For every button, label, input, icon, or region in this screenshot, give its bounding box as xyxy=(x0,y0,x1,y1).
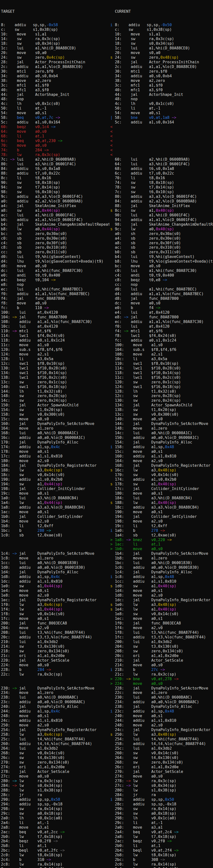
asm-operands: a2,s0 xyxy=(37,459,49,463)
asm-operands: a2,s1 xyxy=(37,352,49,356)
asm-address: 274: xyxy=(1,765,10,769)
asm-operands: a1,sp, xyxy=(151,575,165,579)
target-column: TARGET 8: addiu sp,sp,-0x58c: sw s1,0x38… xyxy=(1,0,109,868)
asm-line: 144: lh t1,0x32(s0) xyxy=(1,389,109,394)
asm-address: 21c: xyxy=(1,654,10,658)
asm-mnemonic: jal xyxy=(19,403,38,407)
asm-mnemonic: move xyxy=(19,626,38,630)
asm-address: a8: xyxy=(115,241,122,245)
branch-arrow: ~> xyxy=(172,115,176,120)
asm-mnemonic: sw xyxy=(133,473,151,477)
asm-mnemonic: sw xyxy=(133,649,151,653)
asm-operands: v0,2f0 xyxy=(151,839,165,843)
asm-address: e0: xyxy=(115,306,122,310)
asm-operands xyxy=(56,138,58,143)
asm-line: 118: addiu a0,s1,0x1c24 xyxy=(1,338,109,343)
asm-address: 18c: xyxy=(1,473,10,477)
asm-address: 74: xyxy=(1,148,8,152)
asm-mnemonic: lwc1 xyxy=(131,334,149,338)
asm-mnemonic: sw xyxy=(17,190,35,194)
asm-address: 160: xyxy=(1,422,10,426)
asm-operands: $f16,0x18(sp) xyxy=(37,384,67,389)
asm-operands: a1,0x3db2 xyxy=(37,640,58,644)
asm-diff-terminal[interactable]: TARGET 8: addiu sp,sp,-0x58c: sw s1,0x38… xyxy=(0,0,213,868)
asm-address: 20c: xyxy=(115,654,124,658)
asm-operands: 284 xyxy=(37,668,44,672)
asm-operands: t2,0xae(s0) xyxy=(151,533,176,537)
asm-address: 1e0: xyxy=(1,584,10,588)
asm-address: c0: xyxy=(1,236,8,241)
asm-line: 80: lui a3,%hi(D_06001F4C) xyxy=(1,162,109,166)
asm-operands: v0,at,278 xyxy=(151,677,172,681)
asm-operands: a1,%hi(func_80A87BEC) xyxy=(149,287,197,291)
asm-address: 68: xyxy=(115,166,122,171)
asm-operands: v0,0x14c(s0) xyxy=(37,473,65,477)
asm-operands: DynaPolyInfo_SetActorMove xyxy=(37,686,94,690)
asm-mnemonic: lwc1 xyxy=(19,334,38,338)
diff-marker: < xyxy=(110,148,115,152)
asm-operands: -0x58 xyxy=(46,23,58,27)
asm-address: 22c: xyxy=(1,672,10,677)
asm-line: < xyxy=(110,134,213,138)
diff-marker: < xyxy=(110,134,115,138)
asm-line: 44: jal ActorShape_Init xyxy=(1,92,109,97)
asm-address: 28: xyxy=(1,60,8,64)
asm-address: 1dc: xyxy=(115,598,124,602)
asm-line: 22c: move a1,zero xyxy=(110,690,213,695)
asm-line: 98: sw t6,0x10(sp) xyxy=(1,190,109,194)
asm-operands: Actor_SpawnAsChild xyxy=(151,403,192,407)
asm-address: 100: xyxy=(1,310,10,315)
asm-line: 208: sw zero,0x134(s0) xyxy=(110,649,213,654)
asm-line: 124: swc1 $f16,0x18(sp) xyxy=(110,384,213,389)
asm-mnemonic: sw xyxy=(133,612,151,616)
branch-arrow: ~> xyxy=(12,329,17,333)
asm-mnemonic: addiu xyxy=(133,435,151,440)
asm-operands: a0,s1 xyxy=(151,450,163,454)
asm-address: 238: xyxy=(1,695,10,700)
asm-line: 210: jal Actor_SetScale xyxy=(110,658,213,663)
asm-mnemonic: li xyxy=(19,820,38,825)
asm-operands: a1, xyxy=(37,482,44,486)
asm-mnemonic: lh xyxy=(133,816,151,820)
branch-arrow: ~> xyxy=(46,858,51,862)
asm-mnemonic: move xyxy=(19,459,38,463)
asm-line: 280: lw s1,0x38(sp) xyxy=(110,788,213,793)
asm-line: 218: sw zero,0x134(s0) xyxy=(1,649,109,654)
asm-address: 26c: xyxy=(115,765,124,769)
diff-marker: i xyxy=(110,575,115,579)
asm-address: 1e8: xyxy=(1,593,10,597)
asm-line: 25c: lui a1,0x3db2 xyxy=(110,746,213,751)
asm-operands: a0,s0 xyxy=(151,681,163,686)
asm-mnemonic: move xyxy=(19,519,38,524)
asm-address: ac: xyxy=(115,245,122,250)
asm-mnemonic: move xyxy=(131,264,149,268)
asm-mnemonic: beqz xyxy=(131,278,149,282)
asm-line: 13c: sw v0,0x300(s0) xyxy=(110,412,213,417)
asm-mnemonic: lwc1 xyxy=(133,366,151,370)
asm-operands: $f10,0x14(sp) xyxy=(151,371,181,375)
asm-address: e8: xyxy=(115,315,122,319)
asm-line: 28: jal Actor_ProcessInitChain xyxy=(110,60,213,65)
asm-line: 34: addiu a0,s0,0xb4 xyxy=(110,74,213,79)
asm-address: 50: xyxy=(1,106,8,111)
asm-line: > 224: move a0,s0 xyxy=(110,681,213,686)
asm-line: 14c: lui a0,%hi(D_06000A1C) xyxy=(110,431,213,435)
asm-mnemonic: addiu xyxy=(19,505,38,509)
asm-mnemonic: b xyxy=(133,858,151,862)
asm-line: 98: jal SkelAnime_ChangeAnimDefaultRepea… xyxy=(110,222,213,227)
asm-line: 1d8: addiu a1,sp,0x4c xyxy=(1,575,109,579)
asm-address: 68: xyxy=(1,134,8,138)
asm-line: 4c: lh v0,0x1c(s0) xyxy=(110,101,213,106)
asm-mnemonic: sh xyxy=(17,231,35,236)
asm-operands: v0,0x300(s0) xyxy=(37,412,65,416)
asm-line: 1c: lui a1,%hi(D_80A88CE0) xyxy=(110,46,213,51)
asm-mnemonic: sw xyxy=(133,394,151,398)
asm-operands: a1,s1,0x810 xyxy=(151,454,176,459)
asm-address: 264: xyxy=(115,755,124,760)
asm-mnemonic: li xyxy=(133,820,151,825)
asm-operands: a1,a1,0x2d0e xyxy=(151,654,179,658)
asm-operands: a0,s1 xyxy=(151,491,163,496)
asm-operands: func_8003ECA8 xyxy=(37,621,67,625)
asm-mnemonic: sw xyxy=(133,584,151,588)
asm-operands: DynaPolyInfo_RegisterActor xyxy=(151,463,211,468)
